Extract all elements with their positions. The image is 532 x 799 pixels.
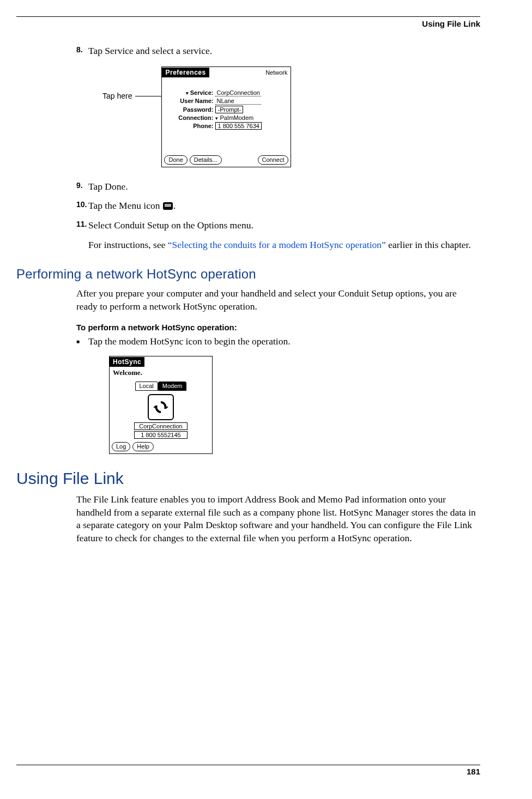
section-heading-performing: Performing a network HotSync operation: [16, 267, 480, 282]
step-10: 10.Tap the Menu icon .: [76, 199, 480, 213]
phone-field[interactable]: 1 800 555 7634: [215, 122, 261, 130]
section-para: After you prepare your computer and your…: [76, 287, 480, 313]
service-label[interactable]: Service:: [165, 89, 215, 96]
task-heading: To perform a network HotSync operation:: [76, 323, 480, 332]
hotsync-welcome: Welcome.: [110, 367, 212, 378]
callout-tap-here: Tap here: [102, 66, 132, 100]
step-11: 11.Select Conduit Setup on the Options m…: [76, 219, 480, 251]
password-label: Password:: [165, 106, 215, 113]
bullet-item: Tap the modem HotSync icon to begin the …: [76, 335, 480, 348]
page-number: 181: [16, 767, 480, 776]
connection-field[interactable]: PalmModem: [215, 114, 253, 121]
step-text-a: Tap the Menu icon: [88, 200, 162, 211]
file-link-para: The File Link feature enables you to imp…: [76, 493, 480, 545]
step-text-b: .: [173, 200, 176, 211]
details-button[interactable]: Details...: [190, 155, 222, 165]
username-field[interactable]: NLane: [215, 98, 261, 105]
step-text: Tap Service and select a service.: [88, 45, 212, 56]
step-9: 9.Tap Done.: [76, 180, 480, 193]
hotsync-phone-field[interactable]: 1 800 5552145: [134, 431, 188, 439]
phone-label: Phone:: [165, 123, 215, 129]
tab-local[interactable]: Local: [135, 382, 158, 391]
service-field[interactable]: CorpConnection: [215, 89, 261, 96]
step-text: Tap Done.: [88, 181, 128, 192]
preferences-screenshot: Preferences Network Service: CorpConnect…: [161, 66, 291, 167]
connection-label: Connection:: [165, 114, 215, 121]
help-button[interactable]: Help: [132, 442, 154, 451]
running-head: Using File Link: [16, 19, 480, 28]
username-label: User Name:: [165, 98, 215, 104]
bullet-text: Tap the modem HotSync icon to begin the …: [88, 335, 291, 348]
palm-app-title: Preferences: [162, 68, 209, 77]
step-number: 11.: [76, 219, 88, 229]
step-text: Select Conduit Setup on the Options menu…: [88, 220, 253, 231]
hotsync-title: HotSync: [110, 357, 144, 367]
hotsync-icon[interactable]: [148, 394, 174, 420]
step-number: 10.: [76, 199, 88, 210]
step-11-note-a: For instructions, see: [88, 239, 168, 250]
bullet-marker: [76, 335, 88, 348]
done-button[interactable]: Done: [164, 155, 187, 165]
hotsync-screenshot: HotSync Welcome. Local Modem CorpCon: [109, 356, 213, 454]
section-heading-file-link: Using File Link: [16, 469, 480, 488]
cross-ref-link[interactable]: “Selecting the conduits for a modem HotS…: [168, 239, 386, 250]
step-number: 8.: [76, 45, 88, 55]
step-11-note-b: earlier in this chapter.: [386, 239, 471, 250]
callout-leader-line: [135, 96, 161, 96]
password-field[interactable]: -Prompt-: [215, 106, 243, 113]
step-number: 9.: [76, 180, 88, 191]
log-button[interactable]: Log: [112, 442, 130, 451]
menu-icon: [163, 202, 173, 210]
connect-button[interactable]: Connect: [258, 155, 289, 165]
palm-category[interactable]: Network: [262, 68, 291, 77]
step-8: 8.Tap Service and select a service.: [76, 45, 480, 58]
hotsync-connection-field[interactable]: CorpConnection: [134, 422, 188, 430]
tab-modem[interactable]: Modem: [158, 382, 187, 391]
